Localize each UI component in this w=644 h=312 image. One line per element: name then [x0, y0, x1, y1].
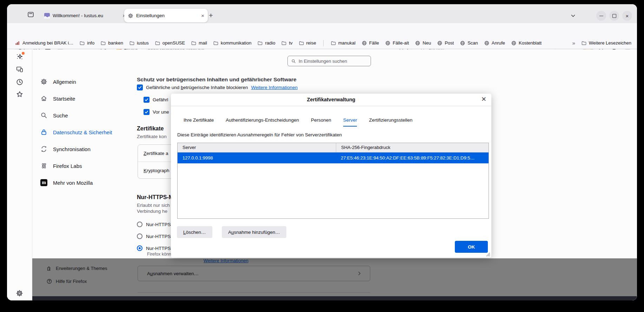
tab-close-icon[interactable]: ×: [201, 13, 204, 18]
bookmark-folder[interactable]: kommunikation: [213, 40, 251, 46]
page-bottom-strip: [32, 296, 637, 300]
ai-chatbot-icon[interactable]: [16, 53, 24, 61]
attention-dot: [22, 52, 25, 55]
bookmark-item[interactable]: Anmeldung bei BRAK i…: [15, 40, 73, 46]
folder-icon: [257, 40, 263, 46]
checkbox-checked[interactable]: [137, 84, 143, 90]
globe-icon: [385, 40, 391, 46]
bookmarks-overflow-button[interactable]: »: [572, 40, 575, 46]
https-only-heading: Nur-HTTPS-M: [137, 194, 173, 201]
bookmark-folder[interactable]: mail: [191, 40, 207, 46]
gear-favicon: [128, 13, 133, 19]
server-exceptions-table: Server SHA-256-Fingerabdruck 127.0.0.1:9…: [177, 143, 489, 219]
sync-icon: [40, 145, 47, 152]
weitere-informationen-link[interactable]: Weitere Informationen: [251, 85, 298, 90]
firefox-view-button[interactable]: [25, 9, 36, 19]
chart-icon: [15, 40, 20, 46]
settings-nav-suche[interactable]: Suche: [40, 107, 146, 124]
window-minimize-button[interactable]: [596, 11, 606, 21]
bookmark-folder[interactable]: reise: [299, 40, 316, 46]
folder-icon: [191, 40, 197, 46]
mozilla-logo-icon: m: [40, 179, 47, 186]
modal-dim-overlay: [32, 258, 637, 296]
maximize-icon: [612, 14, 616, 18]
radio-unchecked[interactable]: [137, 233, 142, 239]
screen: Willkommen! - Iustus.eu × Einstellungen …: [0, 0, 644, 312]
security-section-heading: Schutz vor betrügerischen Inhalten und g…: [137, 78, 333, 84]
bookmark-folder[interactable]: manukal: [331, 40, 356, 46]
gear-icon: [40, 78, 47, 85]
bookmark-folder[interactable]: banken: [100, 40, 123, 46]
delete-button[interactable]: Löschen…: [177, 226, 212, 238]
new-tab-button[interactable]: +: [206, 10, 216, 21]
tab-server[interactable]: Server: [343, 114, 357, 127]
window-maximize-button[interactable]: [609, 11, 619, 21]
tab-bar: Willkommen! - Iustus.eu × Einstellungen …: [7, 4, 637, 23]
folder-icon: [581, 40, 587, 46]
settings-search-field[interactable]: In Einstellungen suchen: [287, 56, 371, 66]
cell-server: 127.0.0.1:9998: [178, 152, 336, 163]
bookmark-folder[interactable]: tv: [281, 40, 292, 46]
globe-icon: [437, 40, 443, 46]
settings-nav-mehr-von-mozilla[interactable]: mMehr von Mozilla: [40, 174, 146, 191]
radio-unchecked[interactable]: [137, 222, 142, 227]
https-only-note: Firefox könn: [147, 252, 171, 257]
browser-sidebar: [7, 49, 32, 300]
folder-icon: [331, 40, 336, 46]
settings-nav-synchronisation[interactable]: Synchronisation: [40, 141, 146, 157]
lock-icon: [40, 129, 47, 136]
folder-icon: [213, 40, 219, 46]
tab-ihre-zertifikate[interactable]: Ihre Zertifikate: [184, 114, 214, 127]
sub-checkbox-row-1: Gefährl: [144, 97, 168, 103]
dialog-description: Diese Einträge identifizieren Ausnahmere…: [177, 132, 342, 137]
search-icon: [40, 112, 47, 119]
ok-button[interactable]: OK: [455, 241, 488, 253]
cell-fingerprint: 27:E5:46:23:1E:94:50:A2:DF:EE:63:5B:89:F…: [336, 152, 489, 163]
bookmark-item[interactable]: Fälle-alt: [385, 40, 409, 46]
tab-einstellungen[interactable]: Einstellungen ×: [124, 9, 208, 22]
certificate-manager-dialog: Zertifikatverwaltung ✕ Ihre Zertifikate …: [171, 94, 491, 258]
settings-nav-firefox-labs[interactable]: Firefox Labs: [40, 157, 146, 174]
add-exception-button[interactable]: Ausnahme hinzufügen…: [222, 226, 286, 238]
column-header-server[interactable]: Server: [178, 143, 336, 152]
sidebar-settings-gear-icon[interactable]: [16, 290, 24, 297]
settings-nav-allgemein[interactable]: Allgemein: [40, 73, 146, 90]
globe-icon: [361, 40, 367, 46]
dialog-close-icon[interactable]: ✕: [481, 95, 486, 103]
tab-authentifizierungs-entscheidungen[interactable]: Authentifizierungs-Entscheidungen: [226, 114, 299, 127]
search-icon: [291, 59, 296, 63]
tab-title: Einstellungen: [136, 13, 198, 18]
table-row-selected[interactable]: 127.0.0.1:9998 27:E5:46:23:1E:94:50:A2:D…: [178, 152, 489, 163]
radio-checked[interactable]: [137, 245, 142, 251]
bookmark-item[interactable]: Scan: [460, 40, 478, 46]
folder-icon: [79, 40, 85, 46]
tab-personen[interactable]: Personen: [311, 114, 331, 127]
window-close-button[interactable]: ×: [622, 11, 632, 21]
folder-icon: [155, 40, 160, 46]
checkbox-checked[interactable]: [144, 109, 150, 115]
bookmark-item[interactable]: Fälle: [361, 40, 379, 46]
settings-nav-datenschutz[interactable]: Datenschutz & Sicherheit: [40, 124, 146, 141]
tab-willkommen[interactable]: Willkommen! - Iustus.eu ×: [41, 9, 129, 22]
bookmark-folder[interactable]: info: [79, 40, 94, 46]
checkbox-checked[interactable]: [144, 97, 150, 103]
column-header-fingerprint[interactable]: SHA-256-Fingerabdruck: [336, 143, 489, 152]
settings-nav-startseite[interactable]: Startseite: [40, 90, 146, 107]
bookmark-item[interactable]: Post: [437, 40, 454, 46]
list-all-tabs-button[interactable]: [568, 11, 578, 21]
bookmarks-icon[interactable]: [16, 90, 24, 98]
dialog-title: Zertifikatverwaltung: [171, 97, 491, 102]
bookmark-item[interactable]: Anrufe: [484, 40, 505, 46]
more-bookmarks-folder[interactable]: Weitere Lesezeichen: [581, 40, 631, 46]
bookmark-folder[interactable]: radio: [257, 40, 275, 46]
https-only-radio-row-3: Nur-HTTPS: [137, 245, 171, 251]
bookmark-folder[interactable]: openSUSE: [155, 40, 185, 46]
browser-window: Willkommen! - Iustus.eu × Einstellungen …: [7, 4, 637, 300]
bookmark-item[interactable]: Neu: [415, 40, 431, 46]
bookmark-item[interactable]: Kostenblatt: [511, 40, 542, 46]
resize-grip-icon[interactable]: [486, 252, 490, 257]
bookmark-folder[interactable]: iustus: [129, 40, 149, 46]
synced-tabs-icon[interactable]: [16, 66, 24, 73]
history-icon[interactable]: [16, 78, 24, 86]
tab-zertifizierungsstellen[interactable]: Zertifizierungsstellen: [369, 114, 412, 127]
